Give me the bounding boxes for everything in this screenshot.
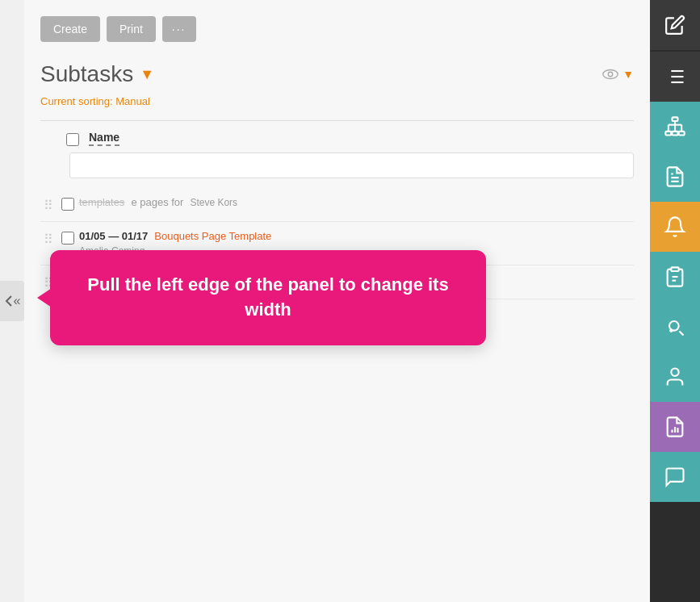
sorting-label: Current sorting:: [40, 95, 113, 107]
more-button[interactable]: ···: [162, 16, 196, 42]
task-assignee-1: Steve Kors: [190, 197, 237, 208]
task-name-link-2[interactable]: Bouquets Page Template: [154, 230, 271, 242]
sidebar-edit-btn[interactable]: [650, 0, 700, 50]
task-checkbox-1[interactable]: [61, 198, 74, 211]
view-controls: ▼: [601, 68, 634, 81]
subtasks-title: Subtasks ▼: [40, 61, 154, 87]
sorting-line: Current sorting: Manual: [40, 95, 634, 107]
sidebar-document-btn[interactable]: [650, 152, 700, 202]
table-header-row: Name: [40, 131, 634, 153]
svg-rect-9: [679, 132, 685, 136]
task-main-line-2: 01/05 — 01/17 Bouquets Page Template: [79, 230, 631, 242]
sorting-value[interactable]: Manual: [115, 95, 150, 107]
divider: [40, 120, 634, 121]
search-input[interactable]: [69, 153, 634, 178]
svg-point-26: [671, 369, 678, 376]
task-info-1: templates e pages for Steve Kors: [79, 196, 631, 208]
sidebar-clipboard-btn[interactable]: [650, 252, 700, 302]
task-name-1[interactable]: templates: [79, 196, 124, 208]
svg-rect-7: [665, 132, 671, 136]
task-date-2: 01/05 — 01/17: [79, 230, 148, 242]
table-row: ⠿ templates e pages for Steve Kors: [40, 188, 634, 222]
drag-handle[interactable]: ⠿: [44, 230, 57, 247]
sidebar-hierarchy-btn[interactable]: [650, 102, 700, 152]
svg-point-31: [608, 72, 613, 77]
drag-handle[interactable]: ⠿: [44, 196, 57, 213]
tooltip-text: Pull the left edge of the panel to chang…: [87, 274, 448, 320]
name-column-header: Name: [89, 131, 119, 146]
svg-point-30: [603, 70, 618, 79]
task-extra-1: e pages for: [131, 196, 183, 208]
create-button[interactable]: Create: [40, 16, 100, 42]
sidebar-chat-btn[interactable]: [650, 452, 700, 502]
svg-line-23: [679, 331, 683, 335]
svg-rect-6: [673, 117, 678, 121]
right-sidebar: [650, 0, 700, 602]
left-collapse-btn[interactable]: «: [0, 281, 24, 321]
sidebar-report-btn[interactable]: [650, 402, 700, 452]
subtasks-title-text: Subtasks: [40, 61, 133, 87]
svg-rect-19: [671, 267, 678, 271]
sidebar-person-btn[interactable]: [650, 352, 700, 402]
svg-rect-8: [673, 132, 678, 136]
task-checkbox-2[interactable]: [61, 232, 74, 245]
toolbar: Create Print ···: [40, 16, 634, 42]
sidebar-list-btn[interactable]: [650, 52, 700, 102]
tooltip-popup: Pull the left edge of the panel to chang…: [50, 250, 486, 345]
view-dropdown-arrow[interactable]: ▼: [622, 68, 634, 81]
select-all-checkbox[interactable]: [66, 133, 79, 146]
task-main-line-1: templates e pages for Steve Kors: [79, 196, 631, 208]
sidebar-search-key-btn[interactable]: [650, 302, 700, 352]
print-button[interactable]: Print: [107, 16, 156, 42]
search-row: [40, 153, 634, 178]
eye-icon: [601, 68, 619, 81]
sidebar-bell-btn[interactable]: [650, 202, 700, 252]
subtasks-dropdown-arrow[interactable]: ▼: [140, 66, 154, 83]
subtasks-header: Subtasks ▼ ▼: [40, 61, 634, 87]
